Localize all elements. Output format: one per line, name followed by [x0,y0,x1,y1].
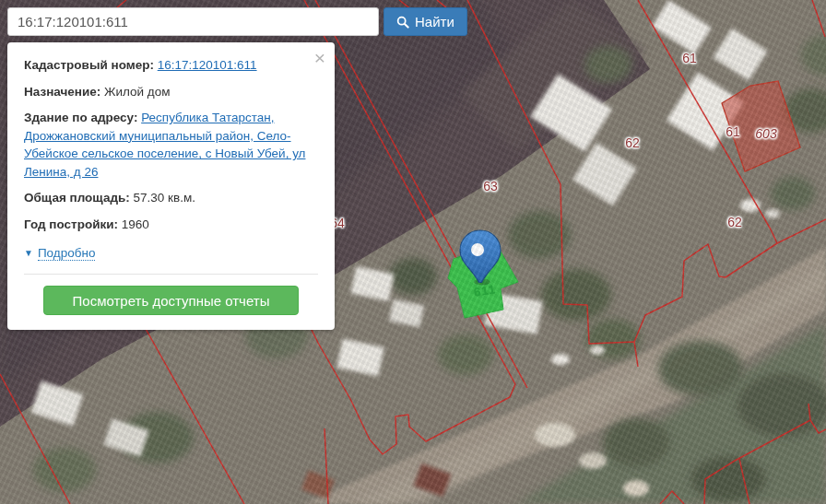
address-label: Здание по адресу: [24,111,137,124]
search-input[interactable] [7,7,379,36]
search-button[interactable]: Найти [384,7,467,36]
search-bar: Найти [7,7,467,36]
chevron-down-icon: ▼ [24,247,33,261]
address-row: Здание по адресу: Республика Татарстан, … [24,109,318,181]
year-row: Год постройки: 1960 [24,216,318,234]
cadastral-number-row: Кадастровый номер: 16:17:120101:611 [24,56,318,75]
area-value: 57.30 кв.м. [134,191,195,205]
purpose-value: Жилой дом [104,85,171,99]
parcel-label: 61 [726,125,740,138]
close-icon[interactable]: × [314,48,325,67]
area-row: Общая площадь: 57.30 кв.м. [24,189,318,207]
year-value: 1960 [122,217,149,231]
area-label: Общая площадь: [24,191,130,205]
search-icon [396,16,409,29]
year-label: Год постройки: [24,217,118,231]
object-info-panel: × Кадастровый номер: 16:17:120101:611 На… [7,42,335,330]
details-toggle-label: Подробно [38,246,96,261]
parcel-label: 62 [625,136,640,149]
cadastral-number-link[interactable]: 16:17:120101:611 [158,58,257,72]
parcel-label: 62 [727,216,742,229]
parcel-label: 603 [755,127,776,140]
view-reports-button[interactable]: Посмотреть доступные отчеты [43,286,299,315]
search-button-label: Найти [415,14,454,29]
parcel-label: 63 [483,180,498,193]
details-toggle[interactable]: ▼Подробно [24,244,95,263]
purpose-label: Назначение: [24,85,100,99]
cadastral-map-view: 61616036263646266 611 Найти × Кадастровы… [0,0,826,504]
cadastral-number-label: Кадастровый номер: [24,58,154,72]
panel-divider [24,274,318,275]
parcel-label: 61 [682,52,697,64]
purpose-row: Назначение: Жилой дом [24,83,318,101]
